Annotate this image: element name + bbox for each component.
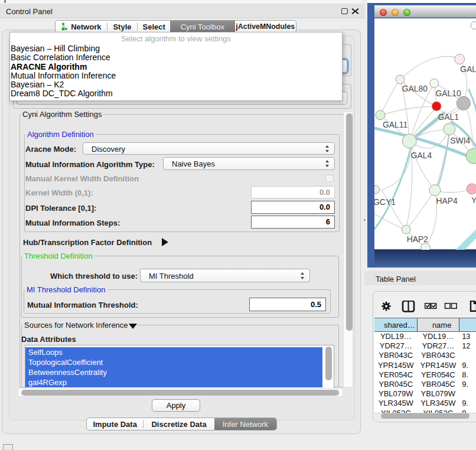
svg-text:GAL4: GAL4	[411, 151, 432, 160]
svg-text:GCY1: GCY1	[374, 197, 396, 207]
svg-text:GAL80: GAL80	[402, 84, 428, 93]
svg-text:GAL7: GAL7	[460, 64, 476, 74]
svg-text:GAL10: GAL10	[435, 89, 461, 98]
svg-text:SWI4: SWI4	[450, 136, 470, 145]
svg-text:Y: Y	[471, 195, 476, 205]
svg-text:HAP2: HAP2	[407, 234, 429, 244]
svg-text:HAP4: HAP4	[436, 196, 458, 206]
svg-text:GAL1: GAL1	[438, 112, 459, 122]
svg-text:GAL11: GAL11	[383, 120, 408, 129]
